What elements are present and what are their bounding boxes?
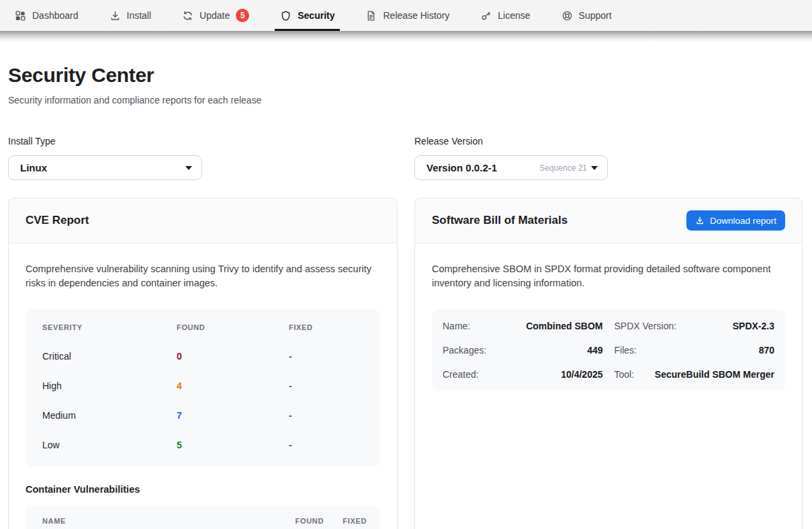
install-type-label: Install Type: [8, 136, 398, 147]
nav-item-security[interactable]: Security: [276, 0, 339, 31]
release-version-label: Release Version: [414, 136, 803, 147]
severity-label: Medium: [42, 410, 177, 421]
severity-table: SEVERITY FOUND FIXED Critical 0 - High 4…: [26, 309, 380, 466]
sbom-card: Software Bill of Materials Download repo…: [414, 198, 803, 529]
cve-card-header: CVE Report: [9, 198, 397, 243]
table-row: Name: Combined SBOM SPDX Version: SPDX-2…: [443, 314, 774, 338]
container-table-header: NAME FOUND FIXED: [26, 505, 380, 529]
download-icon: [109, 10, 121, 22]
page-content: Security Center Security information and…: [0, 64, 812, 529]
cve-card-title: CVE Report: [26, 214, 89, 227]
nav-label: Security: [298, 10, 334, 21]
nav-item-support[interactable]: Support: [557, 0, 616, 31]
nav-item-install[interactable]: Install: [105, 0, 156, 31]
sbom-card-body: Comprehensive SBOM in SPDX format provid…: [415, 243, 802, 408]
release-version-filter: Release Version Version 0.0.2-1 Sequence…: [414, 136, 803, 180]
nav-label: Update: [199, 10, 230, 21]
install-type-filter: Install Type Linux: [8, 136, 398, 180]
lifebuoy-icon: [561, 10, 573, 22]
sbom-packages-value: 449: [587, 345, 602, 356]
sbom-packages-label: Packages:: [443, 345, 486, 356]
sbom-tool-value: SecureBuild SBOM Merger: [655, 369, 774, 380]
col-fixed: FIXED: [324, 517, 367, 525]
sbom-created-label: Created:: [443, 369, 479, 380]
chevron-down-icon: [591, 166, 598, 170]
page-title: Security Center: [8, 64, 803, 87]
col-severity: SEVERITY: [42, 323, 177, 331]
container-vulnerabilities-table: NAME FOUND FIXED: [26, 505, 380, 529]
col-found: FOUND: [271, 517, 324, 525]
nav-label: License: [498, 10, 530, 21]
table-row-critical: Critical 0 -: [26, 341, 380, 371]
found-count: 0: [177, 351, 289, 362]
table-row: Created: 10/4/2025 Tool: SecureBuild SBO…: [443, 362, 774, 386]
col-fixed: FIXED: [289, 323, 363, 331]
nav-label: Install: [127, 10, 152, 21]
nav-item-license[interactable]: License: [476, 0, 534, 31]
document-icon: [365, 10, 377, 22]
table-row-high: High 4 -: [26, 371, 380, 401]
nav-item-release-history[interactable]: Release History: [361, 0, 453, 31]
chevron-down-icon: [185, 166, 192, 170]
cards-row: CVE Report Comprehensive vulnerability s…: [8, 198, 803, 529]
sbom-spdx-version-value: SPDX-2.3: [733, 321, 774, 331]
filters-row: Install Type Linux Release Version Versi…: [8, 136, 803, 180]
fixed-count: -: [289, 351, 363, 362]
col-name: NAME: [42, 517, 271, 525]
sbom-files-label: Files:: [615, 345, 637, 356]
release-sequence-text: Sequence 21: [539, 163, 587, 173]
cve-card-body: Comprehensive vulnerability scanning usi…: [9, 243, 397, 529]
severity-label: High: [42, 380, 177, 391]
sbom-card-title: Software Bill of Materials: [432, 214, 568, 227]
download-icon: [695, 216, 705, 225]
sbom-card-header: Software Bill of Materials Download repo…: [415, 198, 802, 243]
table-row-low: Low 5 -: [26, 430, 380, 460]
found-count: 5: [177, 440, 289, 450]
severity-table-header: SEVERITY FOUND FIXED: [26, 313, 380, 341]
found-count: 7: [177, 410, 289, 421]
cve-report-card: CVE Report Comprehensive vulnerability s…: [8, 198, 398, 529]
severity-label: Low: [42, 440, 177, 450]
nav-bottom-shadow: [0, 31, 812, 42]
download-report-label: Download report: [710, 216, 776, 226]
nav-label: Dashboard: [32, 10, 79, 21]
install-type-value: Linux: [20, 162, 185, 173]
sbom-spdx-version-label: SPDX Version:: [615, 321, 677, 331]
severity-label: Critical: [42, 351, 177, 362]
sbom-name-value: Combined SBOM: [526, 321, 602, 331]
sbom-info-table: Name: Combined SBOM SPDX Version: SPDX-2…: [432, 309, 785, 391]
key-icon: [480, 10, 492, 22]
fixed-count: -: [289, 410, 363, 421]
refresh-icon: [182, 10, 193, 22]
table-row-medium: Medium 7 -: [26, 401, 380, 430]
nav-item-dashboard[interactable]: Dashboard: [11, 0, 83, 31]
nav-label: Release History: [383, 10, 449, 21]
container-vulnerabilities-heading: Container Vulnerabilities: [26, 484, 380, 495]
download-report-button[interactable]: Download report: [686, 210, 785, 231]
sbom-files-value: 870: [759, 345, 774, 356]
page-subtitle: Security information and compliance repo…: [8, 95, 803, 106]
release-version-select[interactable]: Version 0.0.2-1 Sequence 21: [414, 155, 608, 180]
cve-description: Comprehensive vulnerability scanning usi…: [26, 262, 380, 291]
table-row: Packages: 449 Files: 870: [443, 338, 774, 362]
top-navbar: Dashboard Install Update 5 Security Rele…: [0, 0, 812, 31]
sbom-created-value: 10/4/2025: [561, 369, 602, 380]
fixed-count: -: [289, 440, 363, 450]
grid-icon: [15, 10, 26, 22]
nav-label: Support: [579, 10, 612, 21]
nav-item-update[interactable]: Update 5: [178, 0, 253, 31]
found-count: 4: [177, 380, 289, 391]
fixed-count: -: [289, 380, 363, 391]
install-type-select[interactable]: Linux: [8, 155, 202, 180]
sbom-name-label: Name:: [443, 321, 470, 331]
update-count-badge: 5: [236, 9, 249, 22]
release-version-value: Version 0.0.2-1: [426, 162, 539, 173]
sbom-description: Comprehensive SBOM in SPDX format provid…: [432, 262, 785, 291]
col-found: FOUND: [177, 323, 289, 331]
shield-icon: [280, 10, 291, 22]
sbom-tool-label: Tool:: [615, 369, 635, 380]
